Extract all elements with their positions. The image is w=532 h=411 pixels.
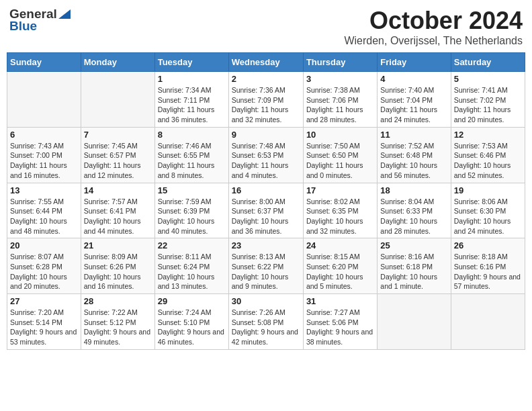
sunrise-text: Sunrise: 7:43 AM (10, 142, 64, 150)
daylight-text: Daylight: 10 hours and 52 minutes. (454, 161, 511, 179)
table-row: 12Sunrise: 7:53 AMSunset: 6:46 PMDayligh… (451, 127, 525, 183)
day-number: 25 (380, 240, 447, 250)
header-saturday: Saturday (451, 53, 525, 72)
daylight-text: Daylight: 10 hours and 9 minutes. (232, 273, 289, 291)
calendar-week-row: 1Sunrise: 7:34 AMSunset: 7:11 PMDaylight… (7, 72, 525, 128)
table-row: 6Sunrise: 7:43 AMSunset: 7:00 PMDaylight… (7, 127, 81, 183)
day-number: 28 (84, 296, 152, 306)
table-row: 14Sunrise: 7:57 AMSunset: 6:41 PMDayligh… (81, 183, 154, 238)
daylight-text: Daylight: 9 hours and 38 minutes. (306, 328, 373, 346)
calendar-week-row: 27Sunrise: 7:20 AMSunset: 5:14 PMDayligh… (7, 294, 525, 350)
day-number: 26 (454, 240, 522, 250)
daylight-text: Daylight: 9 hours and 42 minutes. (232, 328, 298, 346)
day-info: Sunrise: 7:24 AMSunset: 5:10 PMDaylight:… (158, 308, 226, 347)
table-row: 2Sunrise: 7:36 AMSunset: 7:09 PMDaylight… (228, 72, 303, 128)
day-info: Sunrise: 8:09 AMSunset: 6:26 PMDaylight:… (84, 252, 152, 291)
table-row: 8Sunrise: 7:46 AMSunset: 6:55 PMDaylight… (154, 127, 228, 183)
calendar-week-row: 13Sunrise: 7:55 AMSunset: 6:44 PMDayligh… (7, 183, 525, 238)
sunrise-text: Sunrise: 7:52 AM (380, 142, 434, 150)
day-info: Sunrise: 7:48 AMSunset: 6:53 PMDaylight:… (232, 141, 300, 181)
day-info: Sunrise: 8:15 AMSunset: 6:20 PMDaylight:… (306, 252, 374, 291)
sunrise-text: Sunrise: 7:40 AM (380, 86, 434, 94)
title-block: October 2024 Wierden, Overijssel, The Ne… (344, 7, 523, 47)
daylight-text: Daylight: 11 hours and 28 minutes. (306, 105, 363, 124)
day-info: Sunrise: 8:16 AMSunset: 6:18 PMDaylight:… (380, 252, 447, 291)
day-info: Sunrise: 7:34 AMSunset: 7:11 PMDaylight:… (158, 85, 226, 125)
sunrise-text: Sunrise: 7:59 AM (158, 197, 212, 205)
header-sunday: Sunday (7, 53, 81, 72)
day-number: 6 (10, 130, 78, 140)
daylight-text: Daylight: 10 hours and 24 minutes. (454, 217, 511, 235)
sunrise-text: Sunrise: 8:07 AM (10, 253, 64, 261)
calendar-subtitle: Wierden, Overijssel, The Netherlands (344, 35, 523, 47)
page-header: General Blue October 2024 Wierden, Overi… (7, 7, 525, 47)
table-row: 24Sunrise: 8:15 AMSunset: 6:20 PMDayligh… (303, 238, 377, 294)
sunrise-text: Sunrise: 7:24 AM (158, 308, 212, 316)
day-number: 23 (232, 240, 300, 250)
day-number: 1 (158, 74, 226, 84)
table-row: 16Sunrise: 8:00 AMSunset: 6:37 PMDayligh… (228, 183, 303, 238)
daylight-text: Daylight: 11 hours and 16 minutes. (10, 161, 67, 179)
daylight-text: Daylight: 9 hours and 46 minutes. (158, 328, 224, 346)
day-info: Sunrise: 8:18 AMSunset: 6:16 PMDaylight:… (454, 252, 522, 291)
table-row: 22Sunrise: 8:11 AMSunset: 6:24 PMDayligh… (154, 238, 228, 294)
table-row: 7Sunrise: 7:45 AMSunset: 6:57 PMDaylight… (81, 127, 154, 183)
day-info: Sunrise: 7:55 AMSunset: 6:44 PMDaylight:… (10, 197, 78, 236)
sunrise-text: Sunrise: 8:11 AM (158, 253, 212, 261)
svg-marker-0 (58, 9, 71, 19)
day-number: 12 (454, 130, 522, 140)
daylight-text: Daylight: 11 hours and 32 minutes. (232, 105, 289, 124)
day-info: Sunrise: 8:06 AMSunset: 6:30 PMDaylight:… (454, 197, 522, 236)
day-info: Sunrise: 8:02 AMSunset: 6:35 PMDaylight:… (306, 197, 374, 236)
sunset-text: Sunset: 7:02 PM (454, 96, 506, 104)
sunrise-text: Sunrise: 7:26 AM (232, 308, 285, 316)
day-info: Sunrise: 7:52 AMSunset: 6:48 PMDaylight:… (380, 141, 447, 181)
table-row (7, 72, 81, 128)
day-info: Sunrise: 7:43 AMSunset: 7:00 PMDaylight:… (10, 141, 78, 181)
day-number: 17 (306, 185, 374, 195)
day-number: 20 (10, 240, 78, 250)
day-number: 2 (232, 74, 300, 84)
table-row: 10Sunrise: 7:50 AMSunset: 6:50 PMDayligh… (303, 127, 377, 183)
daylight-text: Daylight: 11 hours and 12 minutes. (84, 161, 141, 179)
sunset-text: Sunset: 6:46 PM (454, 151, 506, 159)
day-info: Sunrise: 7:40 AMSunset: 7:04 PMDaylight:… (380, 85, 447, 125)
sunrise-text: Sunrise: 8:00 AM (232, 197, 285, 205)
sunrise-text: Sunrise: 8:18 AM (454, 253, 508, 261)
sunrise-text: Sunrise: 7:55 AM (10, 197, 64, 205)
table-row: 25Sunrise: 8:16 AMSunset: 6:18 PMDayligh… (378, 238, 451, 294)
table-row: 28Sunrise: 7:22 AMSunset: 5:12 PMDayligh… (81, 294, 154, 350)
table-row: 1Sunrise: 7:34 AMSunset: 7:11 PMDaylight… (154, 72, 228, 128)
logo-triangle-icon (58, 7, 71, 19)
daylight-text: Daylight: 9 hours and 57 minutes. (454, 273, 521, 291)
day-number: 22 (158, 240, 226, 250)
table-row: 21Sunrise: 8:09 AMSunset: 6:26 PMDayligh… (81, 238, 154, 294)
sunrise-text: Sunrise: 7:20 AM (10, 308, 64, 316)
sunset-text: Sunset: 6:53 PM (232, 151, 284, 159)
sunrise-text: Sunrise: 7:34 AM (158, 86, 212, 94)
sunrise-text: Sunrise: 7:48 AM (232, 142, 285, 150)
table-row: 13Sunrise: 7:55 AMSunset: 6:44 PMDayligh… (7, 183, 81, 238)
daylight-text: Daylight: 10 hours and 20 minutes. (10, 273, 67, 291)
table-row (451, 294, 525, 350)
table-row: 19Sunrise: 8:06 AMSunset: 6:30 PMDayligh… (451, 183, 525, 238)
sunset-text: Sunset: 6:18 PM (380, 263, 433, 271)
sunset-text: Sunset: 6:33 PM (380, 207, 433, 215)
sunrise-text: Sunrise: 8:06 AM (454, 197, 508, 205)
calendar-table: Sunday Monday Tuesday Wednesday Thursday… (7, 52, 525, 350)
table-row: 20Sunrise: 8:07 AMSunset: 6:28 PMDayligh… (7, 238, 81, 294)
sunset-text: Sunset: 5:06 PM (306, 318, 359, 326)
day-number: 16 (232, 185, 300, 195)
day-info: Sunrise: 7:53 AMSunset: 6:46 PMDaylight:… (454, 141, 522, 181)
day-number: 14 (84, 185, 152, 195)
sunrise-text: Sunrise: 8:13 AM (232, 253, 285, 261)
day-number: 19 (454, 185, 522, 195)
daylight-text: Daylight: 11 hours and 24 minutes. (380, 105, 437, 124)
sunset-text: Sunset: 6:41 PM (84, 207, 136, 215)
sunset-text: Sunset: 6:20 PM (306, 263, 359, 271)
calendar-week-row: 6Sunrise: 7:43 AMSunset: 7:00 PMDaylight… (7, 127, 525, 183)
table-row: 27Sunrise: 7:20 AMSunset: 5:14 PMDayligh… (7, 294, 81, 350)
sunset-text: Sunset: 6:39 PM (158, 207, 210, 215)
day-number: 29 (158, 296, 226, 306)
header-thursday: Thursday (303, 53, 377, 72)
